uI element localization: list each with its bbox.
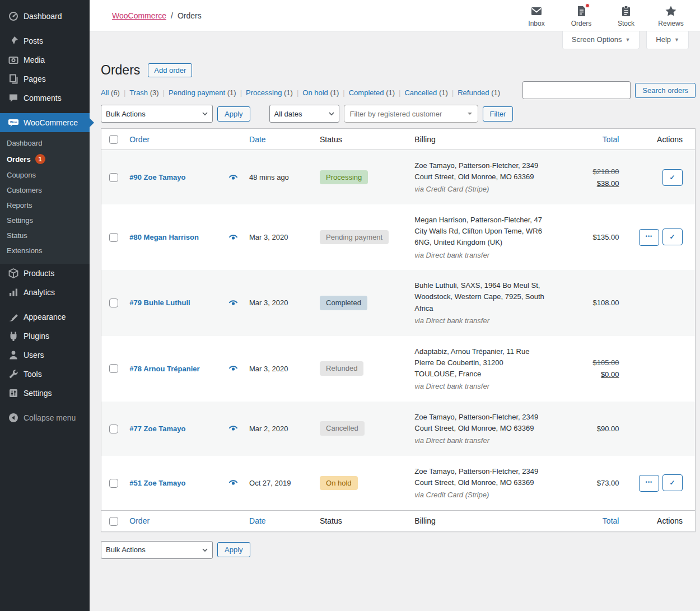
orders-table: Order Date Status Billing Total Actions … xyxy=(101,128,696,532)
sort-date-header[interactable]: Date xyxy=(249,135,266,144)
submenu-item-extensions[interactable]: Extensions xyxy=(0,243,90,258)
sort-total-header[interactable]: Total xyxy=(603,516,619,525)
sidebar-item-products[interactable]: Products xyxy=(0,264,90,283)
sort-total-header[interactable]: Total xyxy=(603,135,619,144)
submenu-item-reports[interactable]: Reports xyxy=(0,198,90,213)
row-checkbox[interactable] xyxy=(109,233,118,242)
order-link[interactable]: #77 Zoe Tamayo xyxy=(129,425,185,433)
select-all-checkbox[interactable] xyxy=(109,135,118,144)
preview-icon[interactable] xyxy=(228,425,238,432)
sort-date-header[interactable]: Date xyxy=(249,516,266,525)
view-link-processing[interactable]: Processing xyxy=(246,88,282,97)
date-filter-select[interactable]: All dates xyxy=(269,105,339,123)
search-orders-button[interactable]: Search orders xyxy=(635,83,696,98)
submenu-item-dashboard[interactable]: Dashboard xyxy=(0,136,90,151)
sidebar-item-settings[interactable]: Settings xyxy=(0,384,90,403)
row-checkbox[interactable] xyxy=(109,298,118,307)
preview-icon[interactable] xyxy=(228,174,238,181)
status-badge: Completed xyxy=(320,296,367,310)
customer-filter-select[interactable]: Filter by registered customer xyxy=(344,105,478,123)
sidebar-item-collapse[interactable]: Collapse menu xyxy=(0,408,90,427)
activity-tab-orders[interactable]: Orders xyxy=(559,3,604,27)
more-actions-button[interactable]: ••• xyxy=(639,229,659,246)
activity-tab-reviews[interactable]: Reviews xyxy=(648,3,693,27)
breadcrumb-woocommerce-link[interactable]: WooCommerce xyxy=(112,11,166,20)
sidebar-item-analytics[interactable]: Analytics xyxy=(0,283,90,302)
bulk-actions-select[interactable]: Bulk Actions xyxy=(101,541,213,559)
preview-icon[interactable] xyxy=(228,234,238,241)
view-link-refunded[interactable]: Refunded xyxy=(458,88,489,97)
submenu-item-label: Extensions xyxy=(7,246,43,255)
submenu-item-customers[interactable]: Customers xyxy=(0,183,90,198)
order-total: $135.00 xyxy=(551,204,624,270)
status-badge: Processing xyxy=(320,170,368,185)
preview-eye-icon xyxy=(228,479,238,487)
view-link-pending-payment[interactable]: Pending payment xyxy=(169,88,225,97)
view-separator: | xyxy=(124,88,125,97)
chevron-down-icon xyxy=(468,113,472,117)
view-link-all[interactable]: All xyxy=(101,88,109,97)
submenu-item-label: Status xyxy=(7,231,27,240)
sidebar-item-pages[interactable]: Pages xyxy=(0,69,90,88)
complete-order-button[interactable]: ✓ xyxy=(662,169,683,186)
row-checkbox[interactable] xyxy=(109,173,118,182)
submenu-item-orders[interactable]: Orders1 xyxy=(0,151,90,167)
sidebar-item-dashboard[interactable]: Dashboard xyxy=(0,7,90,26)
view-link-on-hold[interactable]: On hold xyxy=(302,88,328,97)
add-order-button[interactable]: Add order xyxy=(148,63,192,77)
woocommerce-submenu: DashboardOrders1CouponsCustomersReportsS… xyxy=(0,132,90,264)
order-link[interactable]: #51 Zoe Tamayo xyxy=(129,479,185,487)
order-row: #80 Megan HarrisonMar 3, 2020Pending pay… xyxy=(101,204,696,270)
row-checkbox[interactable] xyxy=(109,425,118,433)
sidebar-item-posts[interactable]: Posts xyxy=(0,31,90,50)
order-link[interactable]: #78 Arnou Trépanier xyxy=(129,365,199,373)
view-link-trash[interactable]: Trash xyxy=(129,88,148,97)
table-header-row: Order Date Status Billing Total Actions xyxy=(101,129,696,150)
settings-icon xyxy=(8,388,19,399)
submenu-item-coupons[interactable]: Coupons xyxy=(0,167,90,183)
complete-order-button[interactable]: ✓ xyxy=(662,474,683,491)
order-link[interactable]: #80 Megan Harrison xyxy=(129,233,199,241)
sidebar-item-users[interactable]: Users xyxy=(0,346,90,365)
apply-button[interactable]: Apply xyxy=(217,106,250,122)
dashboard-icon xyxy=(8,11,19,22)
sidebar-item-woocommerce[interactable]: WooWooCommerce xyxy=(0,113,90,132)
select-all-checkbox[interactable] xyxy=(109,517,118,526)
view-link-cancelled[interactable]: Cancelled xyxy=(404,88,437,97)
complete-order-button[interactable]: ✓ xyxy=(662,228,683,245)
sidebar-item-media[interactable]: Media xyxy=(0,50,90,69)
sidebar-item-label: Collapse menu xyxy=(24,413,76,422)
sidebar-item-plugins[interactable]: Plugins xyxy=(0,327,90,346)
preview-icon[interactable] xyxy=(228,479,238,487)
sort-order-header[interactable]: Order xyxy=(129,516,150,525)
more-actions-button[interactable]: ••• xyxy=(639,475,659,492)
help-button[interactable]: Help ▼ xyxy=(646,31,689,49)
order-row: #51 Zoe TamayoOct 27, 2019On holdZoe Tam… xyxy=(101,456,696,511)
status-badge: Pending payment xyxy=(320,230,389,245)
screen-options-button[interactable]: Screen Options ▼ xyxy=(562,31,640,49)
submenu-item-settings[interactable]: Settings xyxy=(0,213,90,228)
sort-order-header[interactable]: Order xyxy=(129,135,150,144)
view-link-completed[interactable]: Completed xyxy=(349,88,384,97)
activity-panel: InboxOrdersStockReviews xyxy=(514,3,693,27)
order-link[interactable]: #79 Buhle Luthuli xyxy=(129,298,190,307)
activity-tab-inbox[interactable]: Inbox xyxy=(514,3,559,27)
search-input[interactable] xyxy=(522,81,631,99)
row-checkbox[interactable] xyxy=(109,364,118,373)
filter-button[interactable]: Filter xyxy=(483,106,514,122)
payment-method: via Direct bank transfer xyxy=(414,315,545,332)
sidebar-item-appearance[interactable]: Appearance xyxy=(0,307,90,327)
preview-icon[interactable] xyxy=(228,365,238,372)
preview-icon[interactable] xyxy=(228,299,238,307)
submenu-item-status[interactable]: Status xyxy=(0,228,90,243)
apply-button[interactable]: Apply xyxy=(217,542,250,557)
activity-tab-stock[interactable]: Stock xyxy=(604,3,648,27)
page-title: Orders xyxy=(101,63,140,78)
row-checkbox[interactable] xyxy=(109,479,118,488)
view-count: (1) xyxy=(225,88,236,97)
bulk-actions-select[interactable]: Bulk Actions xyxy=(101,105,213,123)
billing-address: Zoe Tamayo, Patterson-Fletcher, 2349 Cou… xyxy=(414,155,545,184)
sidebar-item-comments[interactable]: Comments xyxy=(0,88,90,108)
sidebar-item-tools[interactable]: Tools xyxy=(0,365,90,384)
order-link[interactable]: #90 Zoe Tamayo xyxy=(129,173,185,181)
